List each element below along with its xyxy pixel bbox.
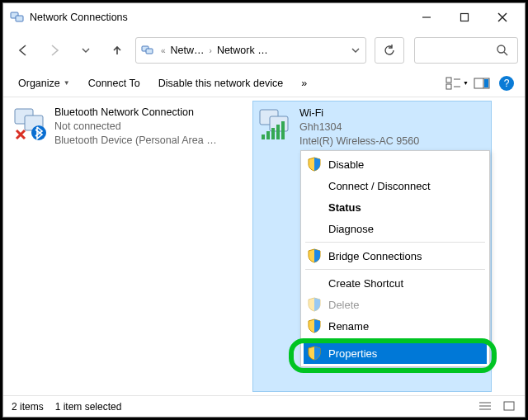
adapter-icon [257, 106, 293, 143]
svg-rect-10 [446, 78, 451, 83]
selection-count: 1 item selected [55, 401, 122, 413]
window: Network Connections « Netw… › Network … … [2, 2, 526, 418]
svg-rect-1 [16, 16, 23, 21]
context-menu-diagnose[interactable]: Diagnose [304, 218, 487, 239]
shield-icon [307, 248, 322, 263]
window-controls [408, 5, 521, 30]
search-box[interactable] [414, 37, 518, 64]
shield-icon [307, 319, 322, 333]
shield-icon [307, 346, 322, 361]
toolbar: Organize▼ Connect To Disable this networ… [3, 69, 525, 97]
context-menu-bridge[interactable]: Bridge Connections [304, 245, 487, 267]
item-count: 2 items [12, 401, 44, 413]
view-options-button[interactable]: ▼ [446, 73, 469, 93]
organize-label: Organize [18, 78, 60, 89]
help-button[interactable]: ? [495, 73, 518, 93]
menu-separator [305, 269, 485, 270]
context-menu-rename[interactable]: Rename [304, 315, 487, 337]
minimize-button[interactable] [408, 5, 446, 30]
chevron-down-icon: ▼ [64, 79, 70, 87]
context-menu-connect-disconnect[interactable]: Connect / Disconnect [304, 175, 487, 196]
adapter-status: Ghh1304 [299, 120, 419, 134]
context-menu-properties[interactable]: Properties [304, 342, 487, 364]
adapter-device: Intel(R) Wireless-AC 9560 [299, 134, 419, 149]
details-view-icon[interactable] [478, 401, 492, 413]
breadcrumb-item[interactable]: Netw… [171, 45, 205, 56]
adapter-name: Wi-Fi [299, 106, 419, 120]
svg-rect-11 [446, 84, 451, 89]
titlebar: Network Connections [3, 3, 525, 31]
navigation-bar: « Netw… › Network … [3, 31, 525, 69]
organize-menu[interactable]: Organize▼ [10, 74, 78, 92]
toolbar-overflow[interactable]: » [293, 74, 315, 92]
svg-rect-16 [484, 79, 488, 87]
adapter-device: Bluetooth Device (Personal Area … [54, 134, 217, 148]
address-bar[interactable]: « Netw… › Network … [135, 37, 366, 64]
menu-separator [305, 339, 485, 340]
network-connections-icon [10, 10, 25, 25]
svg-rect-23 [266, 131, 270, 139]
svg-rect-24 [271, 128, 275, 139]
connect-to-button[interactable]: Connect To [80, 74, 148, 92]
preview-pane-button[interactable] [470, 73, 493, 93]
large-icons-view-icon[interactable] [503, 401, 516, 413]
maximize-button[interactable] [446, 5, 483, 30]
svg-line-9 [504, 52, 507, 55]
status-bar: 2 items 1 item selected [3, 395, 525, 417]
shield-icon [307, 297, 322, 312]
adapter-name: Bluetooth Network Connection [54, 106, 217, 120]
folder-icon [141, 44, 156, 57]
window-title: Network Connections [30, 12, 408, 23]
chevron-down-icon: ▼ [463, 80, 469, 86]
context-menu-disable[interactable]: Disable [304, 153, 487, 175]
svg-rect-3 [461, 14, 469, 21]
svg-rect-26 [281, 121, 285, 139]
disable-device-button[interactable]: Disable this network device [150, 74, 291, 92]
forward-button[interactable] [41, 37, 68, 64]
svg-rect-30 [504, 402, 514, 410]
breadcrumb-item[interactable]: Network … [217, 45, 268, 56]
svg-point-8 [497, 45, 505, 53]
adapter-icon [12, 106, 48, 142]
recent-locations-button[interactable] [73, 37, 99, 64]
svg-rect-22 [262, 134, 265, 139]
shield-icon [307, 157, 322, 172]
context-menu: Disable Connect / Disconnect Status Diag… [300, 150, 490, 367]
breadcrumb-chevron: « [161, 46, 166, 55]
svg-rect-25 [276, 125, 280, 139]
context-menu-status[interactable]: Status [304, 196, 487, 218]
back-button[interactable] [10, 37, 36, 64]
breadcrumb-chevron: › [210, 46, 212, 55]
address-dropdown-icon[interactable] [351, 45, 361, 55]
search-icon [496, 44, 509, 57]
refresh-button[interactable] [375, 37, 404, 64]
context-menu-create-shortcut[interactable]: Create Shortcut [304, 272, 487, 294]
close-button[interactable] [483, 5, 521, 30]
network-adapter-bluetooth[interactable]: Bluetooth Network Connection Not connect… [8, 101, 248, 392]
menu-separator [305, 242, 485, 243]
adapter-status: Not connected [54, 120, 217, 134]
svg-rect-7 [146, 49, 153, 54]
up-button[interactable] [104, 37, 130, 64]
context-menu-delete: Delete [304, 294, 487, 315]
content-area: Bluetooth Network Connection Not connect… [3, 97, 525, 395]
